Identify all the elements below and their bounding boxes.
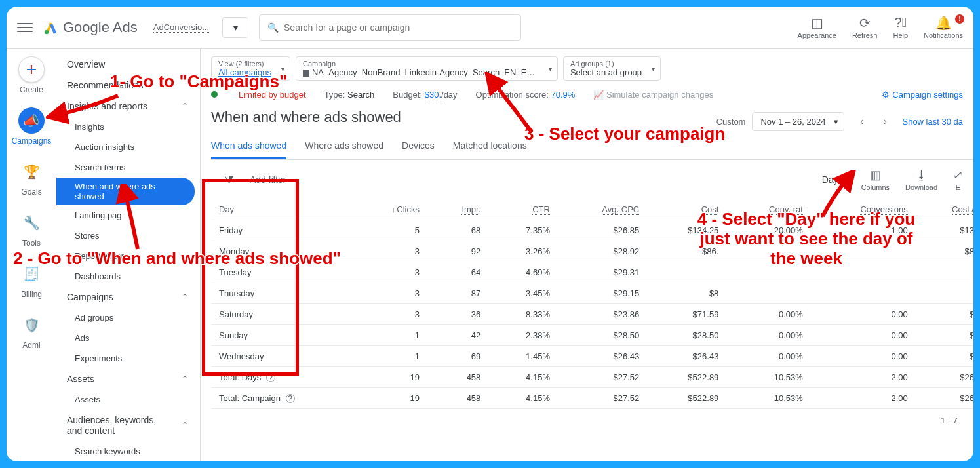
- col-cpc[interactable]: Avg. CPC: [560, 199, 650, 220]
- rail-tools[interactable]: 🔧 Tools: [18, 210, 45, 248]
- data-table: Day ↓Clicks Impr. CTR Avg. CPC Cost Conv…: [211, 199, 973, 409]
- alert-badge: !: [955, 14, 964, 24]
- sidebar-search-keywords[interactable]: Search keywords: [56, 441, 200, 461]
- help-icon: ?⃝: [895, 16, 907, 30]
- chevron-up-icon: ⌃: [182, 102, 188, 111]
- chevron-down-icon: ▾: [233, 22, 238, 33]
- table-row[interactable]: Saturday3368.33%$23.86$71.590.00%0.00$: [211, 304, 973, 325]
- refresh-button[interactable]: ⟳ Refresh: [852, 16, 878, 39]
- adgroup-selector[interactable]: Ad groups (1) Select an ad group ▾: [563, 56, 661, 81]
- breadcrumb[interactable]: AdConversio...: [153, 22, 209, 33]
- help-button[interactable]: ?⃝ Help: [893, 16, 908, 39]
- sidebar-search-terms[interactable]: Search terms: [56, 157, 200, 178]
- svg-point-0: [45, 29, 49, 33]
- trophy-icon: 🏆: [18, 159, 45, 185]
- sidebar-dashboards[interactable]: Dashboards: [56, 266, 200, 286]
- sidebar-audiences-kw[interactable]: Audiences, keywords, and content⌃: [56, 410, 200, 441]
- plus-icon: [18, 56, 45, 83]
- gear-icon: ⚙: [882, 90, 890, 100]
- tab-matched[interactable]: Matched locations: [453, 134, 527, 159]
- refresh-icon: ⟳: [859, 16, 871, 30]
- logo[interactable]: Google Ads: [43, 19, 138, 36]
- col-cost[interactable]: Cost: [650, 199, 729, 220]
- billing-icon: 🧾: [18, 261, 45, 287]
- logo-text: Google Ads: [63, 19, 138, 36]
- bell-icon: 🔔: [935, 16, 952, 30]
- notifications-button[interactable]: 🔔 ! Notifications: [924, 16, 963, 39]
- filter-icon[interactable]: ⧩: [224, 173, 234, 187]
- tab-when[interactable]: When ads showed: [211, 134, 286, 159]
- sidebar-insights-reports[interactable]: Insights and reports⌃: [56, 96, 200, 117]
- sidebar-assets-group[interactable]: Assets⌃: [56, 368, 200, 389]
- col-impr[interactable]: Impr.: [430, 199, 491, 220]
- col-crate[interactable]: Conv. rat: [729, 199, 813, 220]
- sidebar-ads[interactable]: Ads: [56, 328, 200, 348]
- table-row[interactable]: Wednesday1691.45%$26.43$26.430.00%0.00$: [211, 346, 973, 367]
- col-day[interactable]: Day: [211, 199, 355, 220]
- sidebar-overview[interactable]: Overview: [56, 54, 200, 75]
- show-last-link[interactable]: Show last 30 da: [902, 117, 963, 127]
- columns-icon: ▥: [870, 168, 881, 182]
- chevron-down-icon: ▾: [841, 174, 846, 185]
- col-costper[interactable]: Cost /: [918, 199, 973, 220]
- columns-button[interactable]: ▥ Columns: [861, 168, 890, 191]
- sidebar-assets[interactable]: Assets: [56, 389, 200, 410]
- campaign-settings-link[interactable]: ⚙Campaign settings: [882, 90, 963, 100]
- table-total-row: Total: Days ?194584.15%$27.52$522.8910.5…: [211, 367, 973, 388]
- expand-button[interactable]: ⤢ E: [953, 168, 963, 191]
- date-prev-button[interactable]: ‹: [851, 111, 872, 132]
- sidebar-recommendations[interactable]: Recommendations: [56, 75, 200, 96]
- wrench-icon: 🔧: [18, 210, 45, 236]
- rail-goals[interactable]: 🏆 Goals: [18, 159, 45, 197]
- chevron-down-icon: ▾: [652, 65, 655, 72]
- rail-campaigns[interactable]: 📣 Campaigns: [12, 107, 52, 146]
- sidebar-report-editor[interactable]: Report editor: [56, 246, 200, 266]
- rail-admin[interactable]: 🛡️ Admi: [18, 312, 45, 350]
- sidebar-ad-groups[interactable]: Ad groups: [56, 307, 200, 328]
- menu-icon[interactable]: [17, 20, 33, 35]
- sidebar-campaigns-group[interactable]: Campaigns⌃: [56, 286, 200, 307]
- sidebar-when-where[interactable]: When and where ads showed: [56, 178, 195, 205]
- appearance-button[interactable]: ◫ Appearance: [798, 16, 836, 39]
- tab-where[interactable]: Where ads showed: [305, 134, 383, 159]
- table-row[interactable]: Friday5687.35%$26.85$134.2520.00%1.00$13: [211, 220, 973, 241]
- rail-billing[interactable]: 🧾 Billing: [18, 261, 45, 299]
- sidebar-stores[interactable]: Stores: [56, 225, 200, 246]
- table-toolbar: ⧩ Add filter Day ▾ ▥ Columns ⭳ Download: [211, 160, 973, 199]
- search-input[interactable]: [284, 22, 513, 33]
- search-box[interactable]: 🔍: [259, 14, 521, 41]
- chevron-up-icon: ⌃: [182, 292, 188, 302]
- sort-desc-icon: ↓: [392, 206, 396, 214]
- sidebar: Overview Recommendations Insights and re…: [56, 49, 201, 461]
- date-range-picker[interactable]: Nov 1 – 26, 2024 ▾: [752, 112, 844, 131]
- table-row[interactable]: Sunday1422.38%$28.50$28.500.00%0.00$: [211, 325, 973, 346]
- search-campaign-icon: [303, 70, 309, 77]
- campaign-selector[interactable]: Campaign NA_Agency_NonBrand_Linkedin-Age…: [296, 56, 558, 81]
- tab-devices[interactable]: Devices: [402, 134, 435, 159]
- sidebar-auction-insights[interactable]: Auction insights: [56, 137, 200, 157]
- add-filter-button[interactable]: Add filter: [250, 174, 286, 185]
- download-button[interactable]: ⭳ Download: [905, 168, 937, 191]
- table-row[interactable]: Thursday3873.45%$29.15$8: [211, 283, 973, 304]
- table-total-row: Total: Campaign ?194584.15%$27.52$522.89…: [211, 388, 973, 409]
- date-next-button[interactable]: ›: [874, 111, 895, 132]
- view-selector[interactable]: View (2 filters) All campaigns ▾: [211, 56, 290, 81]
- chevron-up-icon: ⌃: [182, 421, 188, 430]
- segment-dropdown[interactable]: Day ▾: [822, 174, 846, 185]
- table-row[interactable]: Monday3923.26%$28.92$86.$8: [211, 241, 973, 262]
- sidebar-experiments[interactable]: Experiments: [56, 348, 200, 368]
- col-ctr[interactable]: CTR: [491, 199, 560, 220]
- sidebar-insights[interactable]: Insights: [56, 117, 200, 137]
- budget-link[interactable]: $30.: [425, 90, 441, 100]
- table-row[interactable]: Tuesday3644.69%$29.31: [211, 262, 973, 283]
- rail-create[interactable]: Create: [18, 56, 45, 94]
- col-clicks[interactable]: ↓Clicks: [355, 199, 430, 220]
- app-window: Google Ads AdConversio... ▾ 🔍 ◫ Appearan…: [7, 7, 973, 461]
- expand-icon: ⤢: [953, 168, 963, 182]
- col-conv[interactable]: Conversions: [813, 199, 918, 220]
- account-switcher[interactable]: ▾: [222, 17, 248, 38]
- simulate-link: 📈 Simulate campaign changes: [593, 90, 713, 100]
- top-bar: Google Ads AdConversio... ▾ 🔍 ◫ Appearan…: [7, 7, 973, 49]
- sidebar-landing-pages[interactable]: Landing pag: [56, 205, 200, 225]
- opt-score-link[interactable]: 70.9%: [551, 90, 575, 100]
